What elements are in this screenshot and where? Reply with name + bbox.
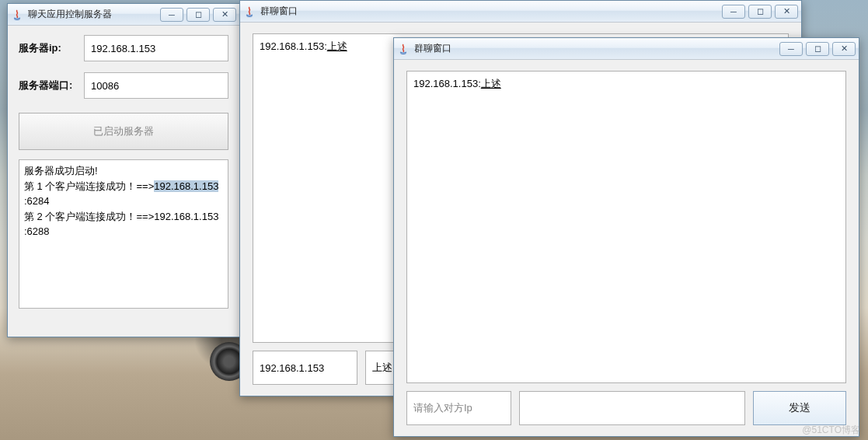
port-label: 服务器端口: bbox=[19, 79, 84, 93]
java-icon bbox=[243, 5, 256, 18]
message-input[interactable] bbox=[519, 391, 745, 425]
java-icon bbox=[397, 43, 410, 55]
chat2-input-row: 请输入对方Ip 发送 bbox=[406, 391, 846, 425]
port-row: 服务器端口: bbox=[19, 72, 228, 99]
message-ip: 192.168.1.153: bbox=[413, 78, 481, 89]
chat-window-2: 群聊窗口 ─ ◻ ✕ 192.168.1.153:上述 请输入对方Ip 发送 bbox=[393, 37, 859, 437]
maximize-button[interactable]: ◻ bbox=[748, 5, 772, 19]
log-highlight: 192.168.1.153 bbox=[154, 180, 218, 192]
target-ip-input[interactable]: 请输入对方Ip bbox=[406, 391, 511, 425]
window-buttons: ─ ◻ ✕ bbox=[160, 8, 236, 22]
server-port-input[interactable] bbox=[84, 72, 228, 99]
server-body: 服务器ip: 服务器端口: 已启动服务器 服务器成功启动! 第 1 个客户端连接… bbox=[8, 26, 239, 318]
close-button[interactable]: ✕ bbox=[775, 5, 798, 19]
message-text: 上述 bbox=[327, 40, 347, 52]
chat2-body: 192.168.1.153:上述 请输入对方Ip 发送 bbox=[394, 60, 859, 436]
log-line: 服务器成功启动! bbox=[24, 163, 223, 179]
message-text: 上述 bbox=[481, 78, 501, 89]
java-icon bbox=[11, 9, 23, 21]
target-ip-input[interactable]: 192.168.1.153 bbox=[253, 351, 357, 385]
window-buttons: ─ ◻ ✕ bbox=[722, 5, 798, 19]
watermark: @51CTO博客 bbox=[802, 424, 860, 437]
log-line: 第 1 个客户端连接成功！==>192.168.1.153 :6284 bbox=[24, 179, 223, 209]
maximize-button[interactable]: ◻ bbox=[186, 8, 210, 22]
minimize-button[interactable]: ─ bbox=[779, 42, 803, 56]
minimize-button[interactable]: ─ bbox=[160, 8, 183, 22]
send-button[interactable]: 发送 bbox=[753, 391, 846, 425]
maximize-button[interactable]: ◻ bbox=[806, 42, 829, 56]
chat2-title: 群聊窗口 bbox=[414, 42, 779, 55]
start-server-button: 已启动服务器 bbox=[19, 113, 228, 150]
server-ip-input[interactable] bbox=[84, 35, 228, 61]
server-title: 聊天应用控制服务器 bbox=[28, 8, 160, 21]
chat1-title: 群聊窗口 bbox=[260, 5, 722, 18]
server-titlebar[interactable]: 聊天应用控制服务器 ─ ◻ ✕ bbox=[8, 4, 239, 26]
chat2-messages[interactable]: 192.168.1.153:上述 bbox=[406, 71, 846, 383]
server-control-window: 聊天应用控制服务器 ─ ◻ ✕ 服务器ip: 服务器端口: 已启动服务器 服务器… bbox=[7, 3, 240, 337]
window-buttons: ─ ◻ ✕ bbox=[779, 42, 856, 56]
close-button[interactable]: ✕ bbox=[832, 42, 856, 56]
chat2-titlebar[interactable]: 群聊窗口 ─ ◻ ✕ bbox=[394, 38, 859, 60]
ip-label: 服务器ip: bbox=[19, 41, 84, 55]
close-button[interactable]: ✕ bbox=[213, 8, 236, 22]
minimize-button[interactable]: ─ bbox=[722, 5, 745, 19]
server-log-area[interactable]: 服务器成功启动! 第 1 个客户端连接成功！==>192.168.1.153 :… bbox=[19, 159, 228, 309]
chat1-titlebar[interactable]: 群聊窗口 ─ ◻ ✕ bbox=[240, 1, 801, 23]
message-ip: 192.168.1.153: bbox=[260, 40, 327, 52]
log-line: 第 2 个客户端连接成功！==>192.168.1.153 :6288 bbox=[24, 209, 223, 239]
ip-row: 服务器ip: bbox=[19, 35, 228, 61]
